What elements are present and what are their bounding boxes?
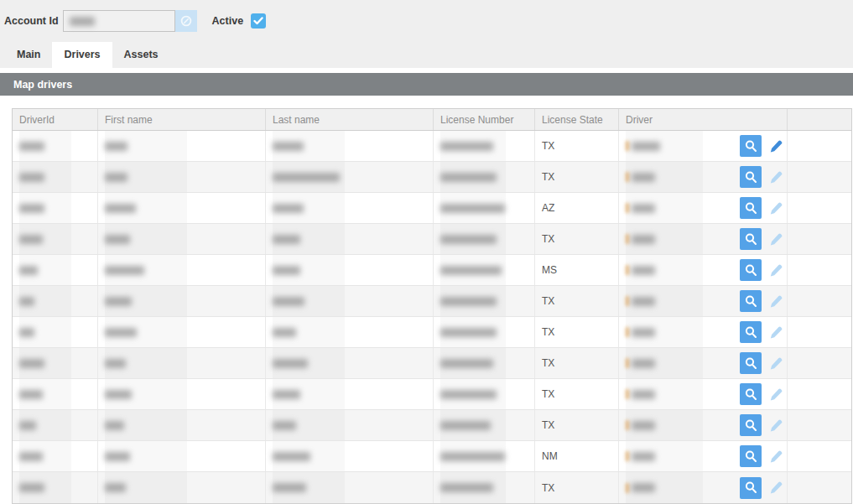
empty-cell <box>788 410 851 440</box>
redacted-driverid <box>19 421 36 430</box>
row-edit-button[interactable] <box>767 480 783 496</box>
license-number-cell <box>434 379 535 409</box>
empty-cell <box>788 441 851 471</box>
row-edit-button[interactable] <box>767 386 783 403</box>
license-state-cell: TX <box>535 348 619 378</box>
row-edit-button[interactable] <box>767 231 783 247</box>
row-search-button[interactable] <box>740 414 762 436</box>
row-search-button[interactable] <box>740 135 762 157</box>
row-edit-button[interactable] <box>767 200 783 216</box>
row-search-button[interactable] <box>740 321 762 343</box>
row-search-button[interactable] <box>740 228 762 250</box>
license-state-cell: TX <box>535 317 619 347</box>
redacted-driver-marker <box>626 420 629 430</box>
row-search-button[interactable] <box>740 445 762 467</box>
active-checkbox[interactable] <box>251 13 266 29</box>
empty-cell <box>788 317 851 347</box>
first-name-cell <box>98 286 266 316</box>
table-row: TX <box>13 224 851 255</box>
redacted-driver-id <box>632 483 655 492</box>
last-name-cell <box>266 379 434 409</box>
table-row: MS <box>13 255 851 286</box>
driverid-cell <box>13 224 98 254</box>
redacted-driver-marker <box>626 172 629 182</box>
driverid-cell <box>13 162 98 192</box>
row-edit-button[interactable] <box>767 262 783 278</box>
last-name-cell <box>266 193 434 223</box>
row-search-button[interactable] <box>740 290 762 312</box>
table-header-row: DriverId First name Last name License Nu… <box>13 109 851 131</box>
license-number-cell <box>434 472 535 503</box>
redacted-driverid <box>19 235 43 244</box>
redacted-driver-id <box>632 359 655 368</box>
empty-cell <box>788 131 851 161</box>
magnifier-icon <box>744 201 758 216</box>
row-edit-button[interactable] <box>767 324 783 340</box>
redacted-driver-marker <box>626 389 629 399</box>
last-name-cell <box>266 286 434 316</box>
license-number-cell <box>434 131 535 161</box>
redacted-first-name <box>105 235 130 244</box>
row-edit-button[interactable] <box>767 355 783 372</box>
redacted-driverid <box>19 359 44 368</box>
redacted-driver-id <box>632 452 655 461</box>
redacted-first-name <box>105 359 126 368</box>
license-state-cell: TX <box>535 286 619 316</box>
row-search-button[interactable] <box>740 259 762 281</box>
compass-circle-icon <box>179 14 193 28</box>
driver-cell <box>619 162 788 192</box>
tab-main[interactable]: Main <box>5 42 52 68</box>
row-search-button[interactable] <box>740 352 762 374</box>
row-edit-button[interactable] <box>767 417 783 434</box>
row-search-button[interactable] <box>740 477 762 499</box>
pencil-icon <box>768 481 783 495</box>
redacted-last-name <box>273 390 300 399</box>
driverid-cell <box>13 441 98 471</box>
pencil-icon <box>768 294 783 309</box>
row-edit-button[interactable] <box>767 293 783 309</box>
table-row: TX <box>13 472 851 503</box>
redacted-driver-marker <box>626 203 629 213</box>
redacted-last-name <box>273 359 308 368</box>
redacted-first-name <box>105 297 132 306</box>
driver-cell <box>619 131 788 161</box>
table-body: TX <box>13 131 851 503</box>
empty-cell <box>788 224 851 254</box>
driver-cell <box>619 193 788 223</box>
page: Account Id Active Main Drivers Assets <box>0 0 853 504</box>
driverid-cell <box>13 286 98 316</box>
lookup-button[interactable] <box>175 10 197 32</box>
first-name-cell <box>98 410 266 440</box>
row-search-button[interactable] <box>740 197 762 219</box>
last-name-cell <box>266 410 434 440</box>
row-search-button[interactable] <box>740 383 762 405</box>
magnifier-icon <box>744 449 758 464</box>
license-state-cell: MS <box>535 255 619 285</box>
row-actions <box>740 131 783 161</box>
first-name-cell <box>98 131 266 161</box>
empty-cell <box>788 255 851 285</box>
row-edit-button[interactable] <box>767 448 783 465</box>
license-state-value: TX <box>542 233 554 245</box>
redacted-license-number <box>440 359 493 368</box>
table-row: NM <box>13 441 851 472</box>
row-edit-button[interactable] <box>767 138 783 154</box>
account-id-input[interactable] <box>63 10 175 32</box>
row-search-button[interactable] <box>740 166 762 188</box>
redacted-driver-id <box>632 266 655 275</box>
redacted-license-number <box>440 142 493 151</box>
driverid-cell <box>13 131 98 161</box>
panel-title: Map drivers <box>13 79 72 91</box>
redacted-last-name <box>273 266 300 275</box>
redacted-driver-id <box>632 390 655 399</box>
empty-cell <box>788 472 851 503</box>
tab-main-label: Main <box>17 49 40 60</box>
redacted-driver-id <box>632 142 660 151</box>
pencil-icon <box>768 263 783 278</box>
first-name-cell <box>98 348 266 378</box>
row-actions <box>740 224 783 254</box>
empty-cell <box>788 286 851 316</box>
tab-assets[interactable]: Assets <box>112 42 170 68</box>
tab-drivers[interactable]: Drivers <box>52 42 112 68</box>
row-edit-button[interactable] <box>767 169 783 185</box>
